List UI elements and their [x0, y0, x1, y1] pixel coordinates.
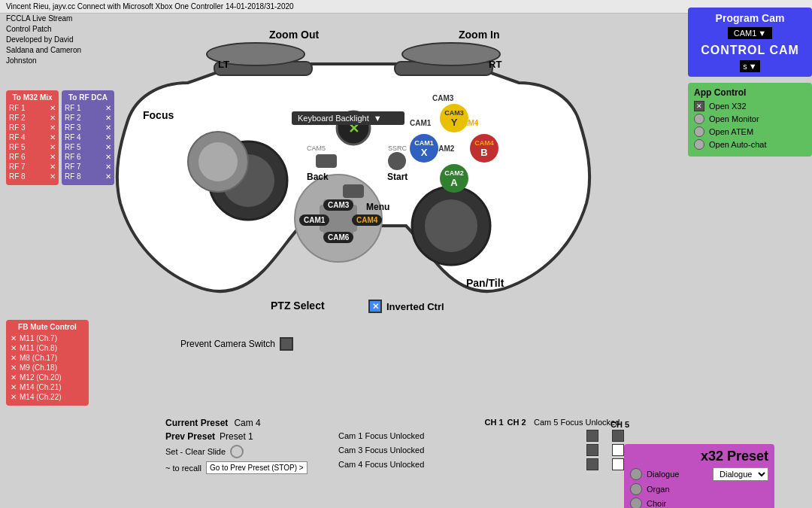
- fb-mute-panel: FB Mute Control ✕M11 (Ch.7) ✕M11 (Ch.8) …: [6, 320, 89, 406]
- cam3-ch2-checkbox[interactable]: [612, 444, 624, 456]
- open-autochat-checkbox[interactable]: [694, 139, 704, 150]
- cam-a-button[interactable]: CAM2 A: [440, 164, 468, 193]
- open-atem-label: Open ATEM: [709, 127, 753, 136]
- inverted-ctrl-checkbox[interactable]: ✕: [368, 300, 382, 313]
- dpad-cam1: CAM1: [299, 214, 329, 226]
- mix-row: RF 4✕: [9, 133, 56, 141]
- go-prev-button[interactable]: Go to Prev Preset (STOP) >: [206, 461, 308, 474]
- open-x32-checkbox[interactable]: ✕: [694, 101, 704, 111]
- rf5-x[interactable]: ✕: [50, 143, 56, 151]
- rf8-x[interactable]: ✕: [50, 172, 56, 181]
- fb-row: ✕M11 (Ch.8): [11, 344, 84, 352]
- cam1-focus-label: Cam 1 Focus Unlocked: [338, 431, 583, 440]
- cam4-ch2-checkbox[interactable]: [612, 458, 624, 470]
- rf2-x[interactable]: ✕: [50, 114, 56, 122]
- back-label: Back: [307, 172, 329, 182]
- fb-x5[interactable]: ✕: [11, 373, 17, 382]
- cam-y-button[interactable]: CAM3 Y: [440, 104, 468, 132]
- current-preset-value: Cam 4: [234, 418, 260, 428]
- controller-area: ✕ Zoom Out Zoom In LT RT Focus Keyboard …: [98, 23, 609, 324]
- fb-x2[interactable]: ✕: [11, 344, 17, 352]
- cam-x-button[interactable]: CAM1 X: [410, 134, 438, 163]
- x32-organ-circle[interactable]: [630, 483, 642, 495]
- x32-choir-circle[interactable]: [630, 497, 642, 508]
- mix-row: RF 7✕: [9, 163, 56, 171]
- cam1-ch1-checkbox[interactable]: [586, 430, 598, 442]
- set-clear-btn[interactable]: [230, 445, 244, 458]
- svg-point-14: [388, 152, 406, 170]
- focus-unlocked-area: CH 1 CH 2 Cam 5 Focus Unlocked Cam 1 Foc…: [338, 418, 624, 473]
- open-atem-checkbox[interactable]: [694, 126, 704, 137]
- cam3-focus-row: Cam 3 Focus Unlocked: [338, 444, 624, 456]
- x32-choir-label: Choir: [647, 499, 666, 508]
- prev-preset-value: Preset 1: [220, 431, 253, 442]
- x32-dropdown[interactable]: Dialogue Organ Choir: [713, 467, 768, 481]
- cam3-focus-label: Cam 3 Focus Unlocked: [338, 446, 583, 455]
- fb-row: ✕M11 (Ch.7): [11, 334, 84, 342]
- keyboard-label: Keyboard Backlight: [298, 114, 369, 123]
- prevent-cam-area: Prevent Camera Switch: [180, 337, 293, 351]
- open-x32-label: Open X32: [709, 102, 747, 111]
- rf3-x[interactable]: ✕: [50, 123, 56, 132]
- open-monitor-checkbox[interactable]: [694, 114, 704, 124]
- rt-label: RT: [489, 59, 501, 70]
- rf6-x[interactable]: ✕: [50, 153, 56, 161]
- cam3-ch1-checkbox[interactable]: [586, 444, 598, 456]
- preset-area: Current Preset Cam 4 Prev Preset Preset …: [165, 418, 331, 474]
- ptz-select-label: PTZ Select: [271, 300, 325, 312]
- dpad-cam3: CAM3: [323, 199, 353, 211]
- header-text: Vincent Rieu, jayv.cc Connect with Micro…: [6, 2, 294, 11]
- cam5-label: CAM5: [307, 144, 326, 152]
- x32-header-row: x32 Preset: [630, 449, 768, 464]
- rf1-x[interactable]: ✕: [50, 104, 56, 112]
- svg-rect-15: [343, 184, 364, 198]
- mix-row: RF 1✕: [9, 104, 56, 112]
- x32-dialogue-label: Dialogue: [647, 470, 679, 479]
- cam1-focus-row: Cam 1 Focus Unlocked: [338, 430, 624, 442]
- cam4-focus-label: Cam 4 Focus Unlocked: [338, 460, 583, 469]
- ch5-header: CH 5: [611, 420, 629, 429]
- cam-select-arrow-icon: ▼: [758, 29, 766, 38]
- pan-tilt-label: Pan/Tilt: [466, 277, 504, 289]
- fb-x7[interactable]: ✕: [11, 393, 17, 401]
- ch2-header: CH 2: [505, 418, 528, 427]
- fb-x3[interactable]: ✕: [11, 354, 17, 362]
- recall-label: ~ to recall: [165, 464, 201, 473]
- fb-x4[interactable]: ✕: [11, 364, 17, 372]
- x32-dialogue-circle[interactable]: [630, 468, 642, 480]
- x32-preset-panel: x32 Preset Dialogue Dialogue Organ Choir…: [624, 444, 774, 508]
- dpad-cam4: CAM4: [352, 214, 382, 226]
- info-line5: Johnston: [6, 56, 81, 66]
- fb-row: ✕M9 (Ch.18): [11, 364, 84, 372]
- mix-row: RF 6✕: [9, 153, 56, 161]
- cam4-ch1-checkbox[interactable]: [586, 458, 598, 470]
- x32-organ-row: Organ: [630, 483, 768, 495]
- info-line2: Control Patch: [6, 24, 81, 35]
- cam1-ch2-checkbox[interactable]: [612, 430, 624, 442]
- cam-select-row: CAM1 ▼: [694, 27, 806, 39]
- fb-x1[interactable]: ✕: [11, 334, 17, 342]
- keyboard-dropdown[interactable]: Keyboard Backlight ▼: [292, 111, 404, 125]
- fb-row: ✕M8 (Ch.17): [11, 354, 84, 362]
- cam-select-box[interactable]: CAM1 ▼: [728, 27, 772, 39]
- zoom-in-label: Zoom In: [459, 29, 499, 41]
- mix-row: RF 2✕: [9, 114, 56, 122]
- right-panel: Program Cam CAM1 ▼ CONTROL CAM s ▼ App C…: [688, 8, 812, 157]
- cam-b-button[interactable]: CAM4 B: [470, 134, 498, 163]
- recall-row: ~ to recall Go to Prev Preset (STOP) >: [165, 461, 331, 474]
- fb-row: ✕M12 (Ch.20): [11, 373, 84, 382]
- start-label: Start: [387, 172, 408, 182]
- lt-label: LT: [218, 59, 229, 70]
- info-line1: FCCLA Live Stream: [6, 14, 81, 24]
- fb-x6[interactable]: ✕: [11, 383, 17, 391]
- menu-label: Menu: [366, 202, 389, 212]
- s-select[interactable]: s ▼: [740, 60, 759, 72]
- rf7-x[interactable]: ✕: [50, 163, 56, 171]
- s-arrow-icon: ▼: [749, 62, 757, 71]
- m32-title: To M32 Mix: [9, 93, 56, 102]
- mix-row: RF 5✕: [9, 143, 56, 151]
- rf4-x[interactable]: ✕: [50, 133, 56, 141]
- prevent-cam-checkbox[interactable]: [280, 337, 293, 351]
- inverted-ctrl-area: ✕ Inverted Ctrl: [368, 300, 444, 313]
- top-info: FCCLA Live Stream Control Patch Develope…: [6, 14, 81, 66]
